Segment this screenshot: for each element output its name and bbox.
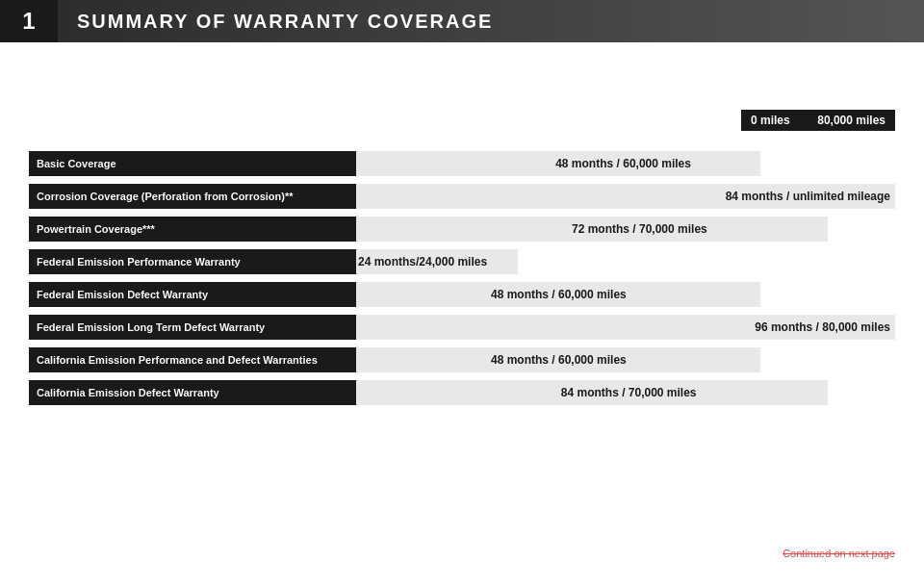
miles-end: 80,000 miles (817, 114, 886, 127)
main-content: 0 miles 80,000 miles Basic Coverage48 mo… (0, 42, 924, 431)
warranty-label-fed-perf: Federal Emission Performance Warranty (29, 249, 356, 274)
warranty-row-basic: Basic Coverage48 months / 60,000 miles (29, 150, 895, 177)
warranty-bar-area-fed-long: 96 months / 80,000 miles (356, 315, 895, 340)
warranty-bar-area-powertrain: 72 months / 70,000 miles (356, 217, 895, 242)
coverage-text-basic: 48 months / 60,000 miles (555, 157, 691, 170)
page-title: SUMMARY OF WARRANTY COVERAGE (58, 11, 493, 33)
warranty-row-fed-perf: Federal Emission Performance Warranty24 … (29, 248, 895, 275)
coverage-text-cal-defect: 84 months / 70,000 miles (561, 386, 697, 399)
warranty-row-fed-defect: Federal Emission Defect Warranty48 month… (29, 281, 895, 308)
coverage-text-powertrain: 72 months / 70,000 miles (572, 222, 707, 236)
warranty-row-cal-defect: California Emission Defect Warranty84 mo… (29, 379, 895, 406)
warranty-row-cal-perf: California Emission Performance and Defe… (29, 346, 895, 373)
warranty-bar-area-fed-perf: 24 months/24,000 miles (356, 249, 895, 274)
miles-start: 0 miles (751, 114, 790, 127)
miles-header-bar: 0 miles 80,000 miles (741, 110, 895, 131)
warranty-label-cal-perf: California Emission Performance and Defe… (29, 347, 356, 372)
warranty-label-cal-defect: California Emission Defect Warranty (29, 380, 356, 405)
warranty-label-powertrain: Powertrain Coverage*** (29, 217, 356, 242)
warranty-bar-area-corrosion: 84 months / unlimited mileage (356, 184, 895, 209)
warranty-row-fed-long: Federal Emission Long Term Defect Warran… (29, 314, 895, 341)
warranty-bar-area-cal-perf: 48 months / 60,000 miles (356, 347, 895, 372)
coverage-text-corrosion: 84 months / unlimited mileage (726, 190, 890, 203)
coverage-text-fed-defect: 48 months / 60,000 miles (491, 288, 627, 301)
coverage-text-fed-long: 96 months / 80,000 miles (755, 320, 890, 334)
warranty-label-basic: Basic Coverage (29, 151, 356, 176)
warranty-row-corrosion: Corrosion Coverage (Perforation from Cor… (29, 183, 895, 210)
section-number: 1 (0, 0, 58, 42)
watermark: Continued on next page (783, 548, 895, 559)
warranty-bar-area-fed-defect: 48 months / 60,000 miles (356, 282, 895, 307)
warranty-bar-area-cal-defect: 84 months / 70,000 miles (356, 380, 895, 405)
page-header: 1 SUMMARY OF WARRANTY COVERAGE (0, 0, 924, 42)
warranty-label-fed-defect: Federal Emission Defect Warranty (29, 282, 356, 307)
warranty-row-powertrain: Powertrain Coverage***72 months / 70,000… (29, 216, 895, 243)
warranty-label-fed-long: Federal Emission Long Term Defect Warran… (29, 315, 356, 340)
warranty-rows: Basic Coverage48 months / 60,000 milesCo… (29, 150, 895, 406)
coverage-text-cal-perf: 48 months / 60,000 miles (491, 353, 627, 367)
warranty-bar-area-basic: 48 months / 60,000 miles (356, 151, 895, 176)
coverage-text-fed-perf: 24 months/24,000 miles (358, 255, 487, 268)
warranty-label-corrosion: Corrosion Coverage (Perforation from Cor… (29, 184, 356, 209)
